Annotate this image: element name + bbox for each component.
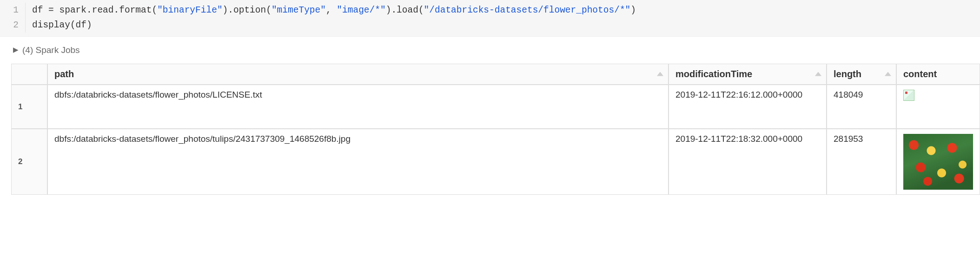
broken-image-icon — [903, 90, 914, 101]
thumbnail-image — [903, 134, 973, 190]
col-label: path — [54, 69, 74, 79]
row-index-header[interactable] — [11, 64, 47, 85]
col-label: content — [903, 69, 937, 79]
spark-jobs-label: (4) Spark Jobs — [22, 45, 80, 55]
cell-length[interactable]: 281953 — [827, 129, 896, 195]
cell-path[interactable]: dbfs:/databricks-datasets/flower_photos/… — [47, 129, 669, 195]
code-line: df = spark.read.format("binaryFile").opt… — [32, 3, 636, 18]
table-header-row: path modificationTime length content — [11, 64, 980, 85]
col-header-modification-time[interactable]: modificationTime — [669, 64, 827, 85]
sort-asc-icon — [815, 72, 821, 76]
code-content[interactable]: df = spark.read.format("binaryFile").opt… — [26, 3, 636, 33]
cell-content[interactable] — [896, 129, 980, 195]
line-number: 1 — [0, 3, 19, 18]
cell-modification-time[interactable]: 2019-12-11T22:18:32.000+0000 — [669, 129, 827, 195]
table-row: 2 dbfs:/databricks-datasets/flower_photo… — [11, 129, 980, 195]
chevron-right-icon: ▶ — [13, 46, 19, 54]
result-table: path modificationTime length content 1 d… — [11, 64, 980, 195]
spark-jobs-disclosure[interactable]: ▶ (4) Spark Jobs — [0, 37, 980, 60]
code-cell[interactable]: 1 2 df = spark.read.format("binaryFile")… — [0, 0, 980, 37]
sort-asc-icon — [657, 72, 663, 76]
cell-content[interactable] — [896, 85, 980, 129]
cell-path[interactable]: dbfs:/databricks-datasets/flower_photos/… — [47, 85, 669, 129]
row-index: 1 — [11, 85, 47, 129]
row-index: 2 — [11, 129, 47, 195]
col-header-length[interactable]: length — [827, 64, 896, 85]
col-label: modificationTime — [675, 69, 752, 79]
code-line: display(df) — [32, 18, 636, 33]
line-number: 2 — [0, 18, 19, 33]
col-header-content[interactable]: content — [896, 64, 980, 85]
cell-modification-time[interactable]: 2019-12-11T22:16:12.000+0000 — [669, 85, 827, 129]
cell-length[interactable]: 418049 — [827, 85, 896, 129]
col-label: length — [834, 69, 861, 79]
col-header-path[interactable]: path — [47, 64, 669, 85]
table-row: 1 dbfs:/databricks-datasets/flower_photo… — [11, 85, 980, 129]
sort-asc-icon — [885, 72, 891, 76]
code-gutter: 1 2 — [0, 3, 26, 33]
